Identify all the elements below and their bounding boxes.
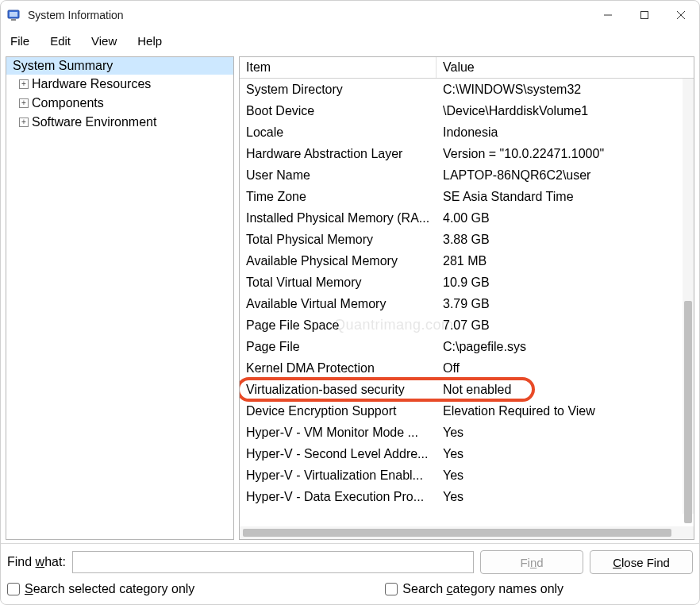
list-row[interactable]: Available Physical Memory281 MB — [240, 250, 694, 272]
cell-value: Indonesia — [437, 121, 694, 143]
list-header[interactable]: Item Value — [240, 57, 694, 79]
list-row[interactable]: Hyper-V - Second Level Addre...Yes — [240, 443, 694, 464]
cell-value: \Device\HarddiskVolume1 — [437, 100, 694, 121]
vertical-scroll-thumb[interactable] — [684, 301, 692, 523]
checkbox-icon — [385, 583, 398, 595]
cell-item: Page File Space — [240, 314, 437, 336]
vertical-scrollbar[interactable] — [683, 79, 694, 514]
list-row[interactable]: Hyper-V - Virtualization Enabl...Yes — [240, 464, 694, 486]
list-row[interactable]: Page FileC:\pagefile.sys — [240, 336, 694, 357]
list-row[interactable]: Virtualization-based securityNot enabled — [240, 379, 694, 400]
column-header-value[interactable]: Value — [437, 57, 694, 78]
titlebar: System Information — [1, 1, 699, 29]
list-row[interactable]: User NameLAPTOP-86NQR6C2\user — [240, 164, 694, 186]
cell-item: System Directory — [240, 79, 437, 100]
app-icon — [7, 8, 21, 22]
window-title: System Information — [28, 9, 124, 21]
tree-root-system-summary[interactable]: System Summary — [6, 57, 233, 75]
cell-item: Total Physical Memory — [240, 229, 437, 250]
list-row[interactable]: Kernel DMA ProtectionOff — [240, 357, 694, 379]
cell-value: 7.07 GB — [437, 314, 694, 336]
system-information-window: System Information File Edit View Help S… — [0, 0, 700, 605]
checkbox-label: Search category names only — [402, 582, 563, 596]
cell-value: Elevation Required to View — [437, 400, 694, 422]
cell-value: Off — [437, 357, 694, 379]
expand-icon[interactable]: + — [19, 98, 29, 108]
cell-item: Available Virtual Memory — [240, 293, 437, 314]
svg-rect-4 — [641, 12, 648, 19]
list-row[interactable]: Available Virtual Memory3.79 GB — [240, 293, 694, 314]
checkbox-label: Search selected category only — [25, 582, 194, 596]
cell-item: Available Physical Memory — [240, 250, 437, 272]
cell-value: C:\pagefile.sys — [437, 336, 694, 357]
menu-help[interactable]: Help — [134, 33, 165, 49]
cell-value: 3.79 GB — [437, 293, 694, 314]
list-row[interactable]: Total Physical Memory3.88 GB — [240, 229, 694, 250]
find-what-input[interactable] — [72, 551, 474, 573]
cell-value: 4.00 GB — [437, 207, 694, 229]
cell-value: Yes — [437, 443, 694, 464]
expand-icon[interactable]: + — [19, 118, 29, 127]
list-row[interactable]: Page File Space7.07 GB — [240, 314, 694, 336]
cell-item: Installed Physical Memory (RA... — [240, 207, 437, 229]
close-button[interactable] — [663, 1, 699, 29]
checkbox-icon — [7, 583, 20, 595]
cell-item: Page File — [240, 336, 437, 357]
list-row[interactable]: Time ZoneSE Asia Standard Time — [240, 186, 694, 207]
svg-rect-1 — [10, 12, 17, 17]
cell-item: Total Virtual Memory — [240, 272, 437, 293]
find-button[interactable]: Find — [480, 550, 583, 574]
tree-node-label: Software Environment — [32, 115, 156, 129]
cell-value: 10.9 GB — [437, 272, 694, 293]
find-panel: Find what: Find Close Find Search select… — [1, 543, 699, 604]
list-row[interactable]: Device Encryption SupportElevation Requi… — [240, 400, 694, 422]
cell-value: 281 MB — [437, 250, 694, 272]
cell-item: Hyper-V - VM Monitor Mode ... — [240, 422, 437, 443]
svg-rect-2 — [11, 19, 16, 21]
menu-view[interactable]: View — [88, 33, 120, 49]
cell-item: Kernel DMA Protection — [240, 357, 437, 379]
tree-node-software-environment[interactable]: + Software Environment — [13, 113, 233, 132]
column-header-item[interactable]: Item — [240, 57, 437, 78]
category-tree[interactable]: System Summary + Hardware Resources + Co… — [6, 56, 234, 540]
cell-item: Hyper-V - Virtualization Enabl... — [240, 464, 437, 486]
search-selected-category-checkbox[interactable]: Search selected category only — [7, 582, 194, 596]
menubar: File Edit View Help — [1, 29, 699, 52]
search-category-names-checkbox[interactable]: Search category names only — [385, 582, 563, 596]
list-row[interactable]: LocaleIndonesia — [240, 121, 694, 143]
details-list: Item Value System DirectoryC:\WINDOWS\sy… — [239, 56, 694, 540]
tree-node-hardware-resources[interactable]: + Hardware Resources — [13, 75, 233, 94]
cell-value: 3.88 GB — [437, 229, 694, 250]
cell-value: SE Asia Standard Time — [437, 186, 694, 207]
list-row[interactable]: Hyper-V - VM Monitor Mode ...Yes — [240, 422, 694, 443]
tree-node-components[interactable]: + Components — [13, 94, 233, 113]
list-row[interactable]: Hardware Abstraction LayerVersion = "10.… — [240, 143, 694, 164]
menu-file[interactable]: File — [7, 33, 33, 49]
horizontal-scrollbar[interactable] — [240, 526, 694, 539]
cell-item: Time Zone — [240, 186, 437, 207]
menu-edit[interactable]: Edit — [47, 33, 74, 49]
find-what-label: Find what: — [7, 555, 66, 569]
cell-item: Virtualization-based security — [240, 379, 437, 400]
list-row[interactable]: Hyper-V - Data Execution Pro...Yes — [240, 486, 694, 507]
cell-item: User Name — [240, 164, 437, 186]
tree-node-label: Hardware Resources — [32, 77, 151, 91]
cell-item: Hyper-V - Data Execution Pro... — [240, 486, 437, 507]
cell-value: Yes — [437, 486, 694, 507]
cell-value: C:\WINDOWS\system32 — [437, 79, 694, 100]
cell-item: Locale — [240, 121, 437, 143]
cell-value: LAPTOP-86NQR6C2\user — [437, 164, 694, 186]
cell-value: Yes — [437, 464, 694, 486]
content-area: System Summary + Hardware Resources + Co… — [1, 52, 699, 543]
expand-icon[interactable]: + — [19, 79, 29, 89]
list-row[interactable]: System DirectoryC:\WINDOWS\system32 — [240, 79, 694, 100]
cell-item: Hyper-V - Second Level Addre... — [240, 443, 437, 464]
list-row[interactable]: Installed Physical Memory (RA...4.00 GB — [240, 207, 694, 229]
list-row[interactable]: Total Virtual Memory10.9 GB — [240, 272, 694, 293]
maximize-button[interactable] — [626, 1, 663, 29]
close-find-button[interactable]: Close Find — [590, 550, 693, 574]
list-row[interactable]: Boot Device\Device\HarddiskVolume1 — [240, 100, 694, 121]
horizontal-scroll-thumb[interactable] — [243, 529, 671, 537]
list-body: System DirectoryC:\WINDOWS\system32Boot … — [240, 79, 694, 526]
minimize-button[interactable] — [590, 1, 626, 29]
